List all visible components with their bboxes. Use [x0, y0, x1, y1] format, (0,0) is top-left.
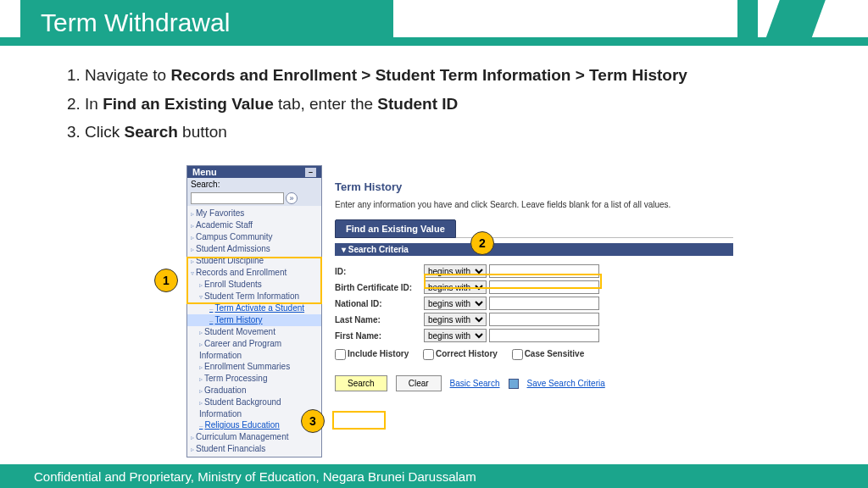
- row-last: Last Name: begins with: [335, 313, 733, 326]
- clear-button[interactable]: Clear: [396, 375, 442, 391]
- input-national[interactable]: [489, 297, 599, 310]
- check-include-history[interactable]: [335, 349, 346, 360]
- menu-student-admissions[interactable]: Student Admissions: [187, 243, 321, 255]
- save-criteria-link[interactable]: Save Search Criteria: [527, 379, 605, 388]
- op-national[interactable]: begins with: [424, 297, 487, 310]
- menu-graduation[interactable]: Graduation: [187, 385, 321, 396]
- menu-curriculum-mgmt[interactable]: Curriculum Management: [187, 431, 321, 443]
- menu-search: Search:: [187, 178, 321, 191]
- check-row: Include History Correct History Case Sen…: [335, 349, 733, 360]
- basic-search-link[interactable]: Basic Search: [450, 379, 500, 388]
- instructions: Navigate to Records and Enrollment > Stu…: [0, 46, 868, 158]
- menu-campus-community[interactable]: Campus Community: [187, 231, 321, 243]
- menu-career-program[interactable]: Career and Program Information: [187, 338, 321, 361]
- callout-3: 3: [301, 409, 325, 433]
- footer-text: Confidential and Proprietary, Ministry o…: [34, 469, 476, 484]
- menu-records-enrollment[interactable]: Records and Enrollment: [187, 267, 321, 279]
- callout-2: 2: [470, 231, 494, 255]
- footer: Confidential and Proprietary, Ministry o…: [0, 464, 868, 488]
- row-first: First Name: begins with: [335, 329, 733, 342]
- callout-1: 1: [154, 269, 178, 292]
- slide-title: Term Withdrawal: [41, 8, 230, 37]
- input-last[interactable]: [489, 313, 599, 326]
- title-block: Term Withdrawal: [20, 0, 393, 46]
- menu-term-activate[interactable]: Term Activate a Student: [187, 302, 321, 314]
- form-heading: Term History: [335, 180, 733, 193]
- menu-enroll-students[interactable]: Enroll Students: [187, 279, 321, 291]
- search-button[interactable]: Search: [335, 375, 387, 391]
- check-case-sensitive[interactable]: [512, 349, 523, 360]
- menu-student-term-info[interactable]: Student Term Information: [187, 291, 321, 302]
- op-last[interactable]: begins with: [424, 313, 487, 326]
- form-grid: ID: begins with Birth Certificate ID: be…: [335, 264, 733, 391]
- check-correct-history[interactable]: [423, 349, 434, 360]
- row-id: ID: begins with: [335, 264, 733, 278]
- menu-term-history[interactable]: Term History: [187, 314, 321, 326]
- menu-panel: Menu – Search: » My Favorites Academic S…: [186, 165, 322, 458]
- tab-find-existing[interactable]: Find an Existing Value: [335, 219, 456, 238]
- menu-student-financials[interactable]: Student Financials: [187, 443, 321, 455]
- save-icon: [509, 379, 519, 389]
- button-row: Search Clear Basic Search Save Search Cr…: [335, 375, 733, 391]
- menu-student-discipline[interactable]: Student Discipline: [187, 255, 321, 267]
- instruction-1: Navigate to Records and Enrollment > Stu…: [85, 64, 809, 86]
- form-hint: Enter any information you have and click…: [335, 200, 733, 209]
- row-national: National ID: begins with: [335, 297, 733, 310]
- input-id[interactable]: [489, 264, 599, 278]
- op-birth[interactable]: begins with: [424, 280, 487, 294]
- menu-header: Menu –: [187, 166, 321, 178]
- highlight-search-btn: [332, 411, 386, 430]
- title-bar: Term Withdrawal: [0, 0, 868, 46]
- title-decor-bar: [737, 0, 758, 46]
- screenshot-mock: Menu – Search: » My Favorites Academic S…: [136, 165, 746, 449]
- menu-student-movement[interactable]: Student Movement: [187, 326, 321, 338]
- op-id[interactable]: begins with: [424, 264, 487, 278]
- menu-academic-staff[interactable]: Academic Staff: [187, 219, 321, 231]
- menu-my-favorites[interactable]: My Favorites: [187, 208, 321, 219]
- row-birth: Birth Certificate ID: begins with: [335, 280, 733, 294]
- menu-search-go-icon[interactable]: »: [286, 192, 298, 204]
- menu-search-input[interactable]: [191, 192, 284, 204]
- instruction-3: Click Search button: [85, 121, 809, 143]
- form-panel: Term History Enter any information you h…: [335, 180, 733, 391]
- input-birth[interactable]: [489, 280, 599, 294]
- menu-term-processing[interactable]: Term Processing: [187, 373, 321, 385]
- input-first[interactable]: [489, 329, 599, 342]
- menu-search-label: Search:: [191, 180, 220, 189]
- menu-minimize-icon[interactable]: –: [305, 168, 316, 177]
- instruction-2: In Find an Existing Value tab, enter the…: [85, 93, 809, 115]
- menu-enrollment-summaries[interactable]: Enrollment Summaries: [187, 361, 321, 373]
- search-criteria-header[interactable]: Search Criteria: [335, 243, 733, 256]
- op-first[interactable]: begins with: [424, 329, 487, 342]
